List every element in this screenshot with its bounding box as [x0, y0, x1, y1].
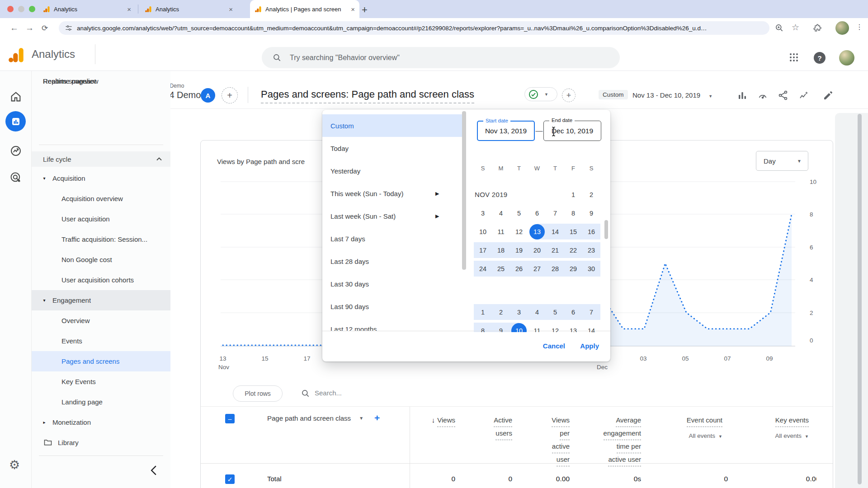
chevron-down-icon[interactable]: ▼: [359, 416, 363, 421]
extensions-icon[interactable]: [813, 23, 822, 33]
key-events-filter[interactable]: All events▼: [775, 430, 809, 443]
expand-caret-icon[interactable]: ▸: [40, 420, 49, 425]
calendar-day[interactable]: 29: [564, 259, 582, 278]
reports-nav-icon-active[interactable]: [5, 111, 26, 131]
admin-gear-icon[interactable]: ⚙: [9, 458, 20, 472]
calendar-day[interactable]: 25: [492, 259, 510, 278]
calendar-day[interactable]: 3: [474, 204, 492, 222]
sidebar-item[interactable]: User acquisition: [32, 209, 170, 229]
column-header-views-per-active-user[interactable]: Viewsperactiveuser: [552, 414, 570, 466]
sidebar-item[interactable]: Events: [32, 331, 170, 351]
date-preset-option[interactable]: This week (Sun - Today) ▶: [322, 182, 462, 205]
chevron-down-icon[interactable]: ▼: [544, 92, 548, 97]
browser-tab-2[interactable]: Analytics ×: [140, 0, 237, 18]
table-search-input[interactable]: Search...: [315, 389, 342, 397]
tab-close-icon[interactable]: ×: [351, 5, 355, 13]
calendar-day[interactable]: 9: [582, 204, 600, 222]
calendar-day[interactable]: 22: [564, 241, 582, 259]
tab-close-icon[interactable]: ×: [127, 5, 131, 13]
date-preset-option[interactable]: Last 30 days: [322, 272, 462, 295]
sidebar-item[interactable]: ▾ Acquisition: [32, 168, 170, 188]
calendar-day[interactable]: 30: [582, 259, 600, 278]
browser-profile-avatar[interactable]: [835, 21, 849, 35]
expand-caret-icon[interactable]: ▾: [40, 298, 49, 303]
calendar-day[interactable]: 20: [528, 241, 546, 259]
browser-tab-active[interactable]: Analytics | Pages and screen ×: [250, 0, 359, 18]
calendar-day[interactable]: 4: [528, 303, 546, 321]
insights-icon[interactable]: [798, 90, 809, 101]
select-all-checkbox-indeterminate[interactable]: –: [225, 414, 235, 423]
calendar-day[interactable]: 23: [582, 241, 600, 259]
new-tab-button[interactable]: +: [362, 0, 368, 20]
zoom-icon[interactable]: [775, 23, 784, 33]
sidebar-item[interactable]: Pages and screens: [32, 351, 170, 371]
window-minimize-button[interactable]: [18, 6, 24, 12]
collapse-sidebar-icon[interactable]: [150, 465, 157, 476]
date-preset-option[interactable]: Custom: [322, 114, 462, 137]
add-report-button[interactable]: +: [562, 89, 576, 102]
back-icon[interactable]: ←: [10, 18, 19, 38]
calendar-day[interactable]: 3: [510, 303, 528, 321]
apps-grid-icon[interactable]: [788, 52, 799, 63]
calendar-day[interactable]: [474, 185, 492, 204]
address-bar[interactable]: analytics.google.com/analytics/web/?utm_…: [59, 21, 769, 35]
forward-icon[interactable]: →: [25, 18, 34, 38]
cancel-button[interactable]: Cancel: [543, 338, 565, 353]
sidebar-item[interactable]: Library: [32, 432, 170, 453]
row-checkbox-checked[interactable]: ✓: [225, 474, 235, 484]
date-preset-option[interactable]: Yesterday: [322, 160, 462, 182]
report-avatar-badge[interactable]: A: [201, 88, 215, 103]
calendar-scrollbar[interactable]: [604, 220, 608, 239]
calendar-day[interactable]: 13: [528, 222, 546, 241]
tune-icon[interactable]: [65, 24, 72, 32]
calendar-day[interactable]: [528, 185, 546, 204]
global-search[interactable]: Try searching "Behavior overview": [262, 47, 620, 68]
calendar-scroll-area[interactable]: NOV 2019 1234567891011121314151617181920…: [472, 175, 607, 332]
reload-icon[interactable]: ⟳: [42, 18, 48, 38]
date-range-selector[interactable]: Nov 13 - Dec 10, 2019 ▼: [632, 91, 712, 99]
apply-button[interactable]: Apply: [580, 338, 599, 353]
calendar-day[interactable]: 26: [510, 259, 528, 278]
calendar-day[interactable]: 6: [528, 204, 546, 222]
advertising-icon[interactable]: [9, 171, 22, 184]
column-header-active-users[interactable]: Activeusers: [494, 414, 512, 440]
home-icon[interactable]: [9, 90, 22, 103]
sidebar-item[interactable]: User acquisition cohorts: [32, 270, 170, 290]
event-count-filter[interactable]: All events▼: [687, 430, 722, 443]
help-icon[interactable]: ?: [814, 52, 826, 64]
calendar-day[interactable]: 27: [528, 259, 546, 278]
window-zoom-button[interactable]: [29, 6, 35, 12]
date-preset-option[interactable]: Last week (Sun - Sat) ▶: [322, 205, 462, 227]
bookmark-star-icon[interactable]: ☆: [792, 22, 799, 33]
explore-icon[interactable]: [9, 145, 22, 157]
add-dimension-icon[interactable]: +: [374, 413, 380, 423]
calendar-day[interactable]: 10: [510, 321, 528, 332]
browser-tab-1[interactable]: Analytics ×: [38, 0, 136, 18]
calendar-day[interactable]: 28: [546, 259, 564, 278]
sidebar-item[interactable]: Key Events: [32, 371, 170, 392]
calendar-day[interactable]: 11: [492, 222, 510, 241]
dimension-header[interactable]: Page path and screen class ▼ +: [267, 413, 380, 423]
calendar-day[interactable]: 4: [492, 204, 510, 222]
chevron-up-icon[interactable]: [156, 157, 162, 161]
presets-scrollbar[interactable]: [462, 111, 466, 270]
page-scrollbar[interactable]: [858, 114, 862, 484]
calendar-day[interactable]: 14: [546, 222, 564, 241]
calendar-day[interactable]: 24: [474, 259, 492, 278]
expand-caret-icon[interactable]: ▾: [40, 176, 49, 181]
sidebar-item[interactable]: Realtime pages: [32, 71, 170, 91]
sidebar-item[interactable]: Overview: [32, 310, 170, 331]
calendar-day[interactable]: 15: [564, 222, 582, 241]
calendar-day[interactable]: 10: [474, 222, 492, 241]
calendar-day[interactable]: 7: [582, 303, 600, 321]
date-preset-option[interactable]: Last 90 days: [322, 295, 462, 318]
window-close-button[interactable]: [7, 6, 14, 12]
collection-header-life-cycle[interactable]: Life cycle: [32, 151, 170, 167]
add-collaborator-button[interactable]: +: [222, 87, 238, 103]
calendar-day[interactable]: [546, 185, 564, 204]
calendar-day[interactable]: 5: [546, 303, 564, 321]
calendar-day[interactable]: 12: [510, 222, 528, 241]
sidebar-item[interactable]: Landing page: [32, 392, 170, 412]
report-saved-status[interactable]: ▼: [524, 87, 557, 101]
gauge-icon[interactable]: [757, 90, 768, 101]
